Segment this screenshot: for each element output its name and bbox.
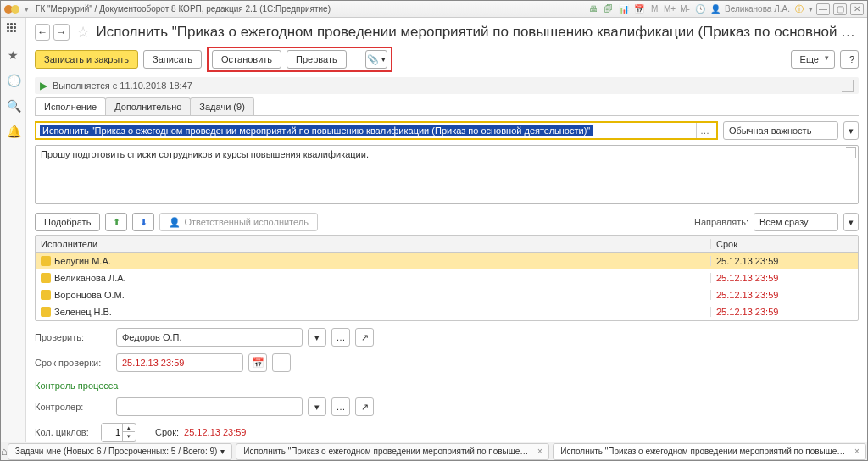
user-icon[interactable]: 👤: [709, 3, 721, 15]
toolbar-icon[interactable]: 📅: [633, 3, 645, 15]
close-icon[interactable]: ×: [537, 447, 542, 456]
close-icon[interactable]: ×: [854, 447, 859, 456]
app-logo-icon: [11, 5, 19, 14]
table-row[interactable]: Зеленец Н.В.25.12.13 23:59: [36, 303, 858, 320]
description-field[interactable]: Прошу подготовить списки сотрудников и к…: [35, 145, 859, 204]
check-label: Проверить:: [35, 332, 111, 342]
command-toolbar: Записать и закрыть Записать Остановить П…: [35, 47, 859, 72]
dropdown-button[interactable]: ▾: [308, 397, 326, 416]
user-icon: [41, 256, 51, 266]
open-button[interactable]: ↗: [355, 328, 374, 347]
back-button[interactable]: ←: [35, 24, 50, 41]
tabs: Исполнение Дополнительно Задачи (9): [35, 97, 859, 116]
subject-text: Исполнить "Приказ о ежегодном проведении…: [40, 125, 593, 136]
send-mode-field[interactable]: Всем сразу: [754, 213, 838, 231]
subject-select-button[interactable]: …: [696, 123, 713, 138]
toolbar-icon[interactable]: 🖶: [587, 3, 599, 15]
clear-button[interactable]: -: [272, 353, 291, 372]
user-icon: [41, 307, 51, 317]
check-field[interactable]: Федоров О.П.: [116, 328, 303, 347]
more-button[interactable]: Еще: [791, 50, 835, 69]
cycles-input[interactable]: [102, 424, 122, 441]
history-icon[interactable]: 🕘: [7, 74, 20, 87]
user-name: Великанова Л.А.: [725, 4, 790, 14]
title-bar: ▾ ГК "Меркурий" / Документооборот 8 КОРП…: [1, 1, 867, 18]
tab-additional[interactable]: Дополнительно: [105, 97, 191, 115]
cycles-spinner[interactable]: ▴▾: [101, 423, 136, 442]
favorites-icon[interactable]: ★: [7, 48, 20, 62]
search-icon[interactable]: 🔍: [7, 99, 20, 113]
taskbar-tab[interactable]: Задачи мне (Новых: 6 / Просроченных: 5 /…: [8, 443, 233, 460]
pick-button[interactable]: Подобрать: [35, 213, 100, 231]
select-button[interactable]: …: [331, 328, 350, 347]
check-due-field[interactable]: 25.12.13 23:59: [116, 353, 243, 372]
toolbar-icon[interactable]: 🕓: [694, 3, 706, 15]
select-button[interactable]: …: [331, 397, 350, 416]
toolbar-icon[interactable]: 📊: [618, 3, 630, 15]
save-button[interactable]: Записать: [143, 50, 202, 69]
move-up-button[interactable]: ⬆: [105, 213, 127, 231]
importance-dropdown[interactable]: ▾: [843, 121, 859, 140]
highlighted-group: Остановить Прервать 📎▾: [207, 47, 392, 72]
favorite-star-icon[interactable]: ☆: [76, 23, 90, 42]
controller-label: Контролер:: [35, 402, 111, 412]
performers-grid: Исполнители Срок Белугин М.А.25.12.13 23…: [35, 235, 859, 321]
dropdown-button[interactable]: ▾: [308, 328, 326, 347]
col-due[interactable]: Срок: [710, 239, 846, 249]
col-performers[interactable]: Исполнители: [36, 239, 710, 249]
app-title: ГК "Меркурий" / Документооборот 8 КОРП, …: [36, 4, 331, 14]
main-area: ← → ☆ Исполнить "Приказ о ежегодном пров…: [26, 18, 867, 442]
cycles-label: Кол. циклов:: [35, 427, 96, 437]
due-value: 25.12.13 23:59: [184, 427, 246, 437]
status-line: ▶ Выполняется с 11.10.2018 18:47: [35, 77, 859, 94]
calendar-button[interactable]: 📅: [248, 353, 267, 372]
menu-grid-icon[interactable]: [7, 23, 20, 36]
controller-field[interactable]: [116, 397, 303, 416]
home-icon[interactable]: ⌂: [1, 445, 8, 458]
send-label: Направлять:: [694, 217, 748, 227]
attach-button[interactable]: 📎▾: [365, 50, 387, 69]
user-icon: [41, 273, 51, 283]
page-title: Исполнить "Приказ о ежегодном проведении…: [97, 24, 859, 41]
open-button[interactable]: ↗: [355, 397, 374, 416]
table-row[interactable]: Воронцова О.М.25.12.13 23:59: [36, 286, 858, 303]
responsible-button[interactable]: 👤Ответственный исполнитель: [159, 213, 318, 231]
forward-button[interactable]: →: [53, 24, 69, 41]
toolbar-icon[interactable]: 🗐: [603, 3, 615, 15]
stop-button[interactable]: Остановить: [212, 50, 281, 69]
save-close-button[interactable]: Записать и закрыть: [35, 50, 138, 69]
tab-tasks[interactable]: Задачи (9): [190, 97, 253, 115]
play-icon: ▶: [40, 80, 47, 92]
send-mode-dropdown[interactable]: ▾: [843, 213, 859, 231]
taskbar: ⌂ Задачи мне (Новых: 6 / Просроченных: 5…: [1, 442, 867, 460]
taskbar-tab[interactable]: Исполнить "Приказ о ежегодном проведении…: [236, 443, 549, 460]
importance-field[interactable]: Обычная важность: [723, 121, 838, 140]
user-icon: [41, 290, 51, 300]
minimize-button[interactable]: —: [816, 3, 830, 15]
abort-button[interactable]: Прервать: [287, 50, 347, 69]
check-due-label: Срок проверки:: [35, 358, 111, 368]
process-control-title: Контроль процесса: [35, 380, 859, 391]
table-row[interactable]: Белугин М.А.25.12.13 23:59: [36, 253, 858, 269]
left-sidebar: ★ 🕘 🔍 🔔: [1, 18, 26, 442]
table-row[interactable]: Великанова Л.А.25.12.13 23:59: [36, 269, 858, 286]
taskbar-tab[interactable]: Исполнить "Приказ о ежегодном проведении…: [553, 443, 866, 460]
close-button[interactable]: ✕: [850, 3, 864, 15]
due-label: Срок:: [155, 427, 179, 437]
info-icon[interactable]: ⓘ: [793, 3, 805, 15]
maximize-button[interactable]: ▢: [833, 3, 847, 15]
tab-execution[interactable]: Исполнение: [35, 97, 106, 115]
notifications-icon[interactable]: 🔔: [7, 125, 20, 138]
performers-toolbar: Подобрать ⬆ ⬇ 👤Ответственный исполнитель…: [35, 213, 859, 231]
subject-field[interactable]: Исполнить "Приказ о ежегодном проведении…: [35, 121, 718, 140]
move-down-button[interactable]: ⬇: [132, 213, 154, 231]
help-button[interactable]: ?: [840, 50, 859, 69]
status-text: Выполняется с 11.10.2018 18:47: [53, 81, 192, 91]
